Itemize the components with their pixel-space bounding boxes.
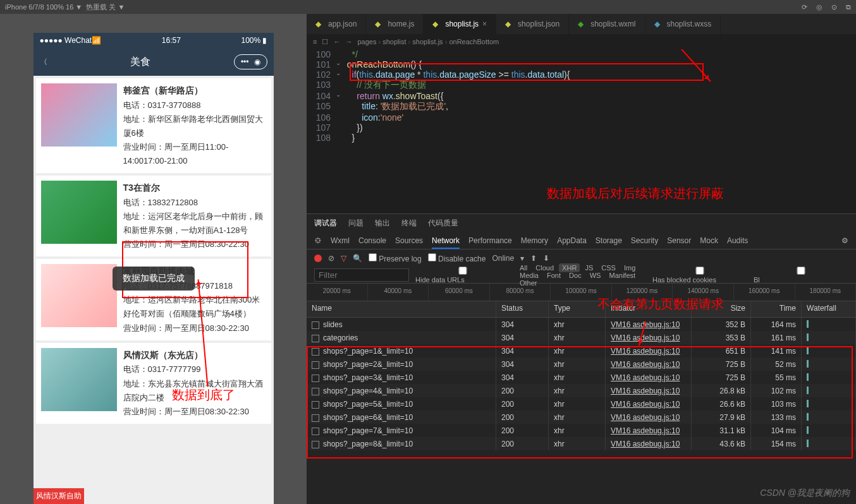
- subtab-Security[interactable]: Security: [631, 236, 658, 245]
- network-row[interactable]: shops?_page=1&_limit=10304xhrVM16 asdebu…: [307, 344, 856, 357]
- network-row[interactable]: shops?_page=6&_limit=10200xhrVM16 asdebu…: [307, 411, 856, 424]
- tab-app.json[interactable]: ◆app.json: [307, 14, 366, 34]
- back-icon[interactable]: 〈: [40, 57, 47, 68]
- shop-addr: 地址：运河区老华北后身一中前街，顾和新世界东侧，一幼对面A1-128号: [123, 210, 266, 237]
- status-bar: ●●●●● WeChat📶 16:57 100% ▮: [34, 33, 274, 48]
- subtab-AppData[interactable]: AppData: [557, 236, 587, 245]
- disable-cache[interactable]: Disable cache: [428, 253, 486, 263]
- code-line: 108 }: [307, 133, 856, 143]
- network-row[interactable]: shops?_page=7&_limit=10200xhrVM16 asdebu…: [307, 424, 856, 437]
- subtab-Audits[interactable]: Audits: [727, 236, 748, 245]
- breadcrumb-item[interactable]: shoplist: [382, 38, 406, 45]
- tab-shoplist.wxss[interactable]: ◆shoplist.wxss: [645, 14, 721, 34]
- filter-Font[interactable]: Font: [544, 271, 564, 280]
- devtab-调试器[interactable]: 调试器: [314, 218, 337, 229]
- shop-card[interactable]: 韩釜宫（新华路店）电话：0317-3770888地址：新华区新华路老华北西侧国贸…: [36, 78, 271, 173]
- file-icon: ◆: [375, 20, 384, 28]
- filter-bar: Hide data URLs All Cloud XHR JS CSS Img …: [307, 267, 856, 284]
- filter-input[interactable]: [314, 268, 409, 282]
- code-line: 104⌄ return wx.showToast({: [307, 91, 856, 101]
- bookmark-icon[interactable]: ☐: [322, 38, 328, 46]
- nav-bar: 〈 美食 •••◉: [34, 48, 274, 76]
- breadcrumb-item[interactable]: pages: [357, 38, 376, 45]
- breadcrumb-item[interactable]: onReachBottom: [449, 38, 499, 45]
- preserve-log[interactable]: Preserve log: [369, 253, 422, 263]
- tab-shoplist.js[interactable]: ◆shoplist.js×: [424, 14, 496, 34]
- devtab-终端[interactable]: 终端: [401, 218, 417, 229]
- shop-hours: 营业时间：周一至周日08:30-22:30: [123, 405, 266, 419]
- upload-icon[interactable]: ⬆: [530, 254, 537, 263]
- hot-reload[interactable]: 热重载 关 ▼: [86, 3, 125, 11]
- shop-card[interactable]: T3在首尔电话：13832712808地址：运河区老华北后身一中前街，顾和新世界…: [36, 176, 271, 256]
- menu-icon[interactable]: •••: [241, 57, 249, 66]
- network-row[interactable]: categories304xhrVM16 asdebug.js:10353 B1…: [307, 331, 856, 344]
- subtab-Mock[interactable]: Mock: [700, 236, 718, 245]
- col-status[interactable]: Status: [496, 301, 549, 317]
- col-time[interactable]: Time: [751, 301, 802, 317]
- tab-label: shoplist.js: [445, 20, 479, 28]
- devtab-代码质量[interactable]: 代码质量: [428, 218, 458, 229]
- col-name[interactable]: Name: [307, 301, 496, 317]
- col-waterfall[interactable]: Waterfall: [802, 301, 856, 317]
- tab-home.js[interactable]: ◆home.js: [366, 14, 424, 34]
- more-icon[interactable]: ⊙: [831, 3, 837, 11]
- network-row[interactable]: shops?_page=4&_limit=10200xhrVM16 asdebu…: [307, 384, 856, 397]
- filter-Doc[interactable]: Doc: [566, 271, 585, 280]
- file-icon: ◆: [505, 20, 514, 28]
- hide-urls[interactable]: Hide data URLs: [415, 267, 510, 284]
- subtab-Wxml[interactable]: Wxml: [331, 236, 350, 245]
- detach-icon[interactable]: ⧉: [846, 3, 851, 11]
- file-icon: ◆: [432, 20, 441, 28]
- record-icon[interactable]: [314, 255, 322, 262]
- tab-shoplist.json[interactable]: ◆shoplist.json: [496, 14, 569, 34]
- nav-back-icon[interactable]: ←: [333, 38, 340, 45]
- tab-shoplist.wxml[interactable]: ◆shoplist.wxml: [569, 14, 645, 34]
- subtab-Sources[interactable]: Sources: [395, 236, 423, 245]
- refresh-icon[interactable]: ⟳: [802, 3, 807, 11]
- subtab-Memory[interactable]: Memory: [521, 236, 548, 245]
- code-line: 106 icon:'none': [307, 112, 856, 123]
- breadcrumb-item[interactable]: shoplist.js: [412, 38, 443, 45]
- watermark: CSDN @我是夜阑的狗: [760, 488, 850, 499]
- subtab-Sensor[interactable]: Sensor: [667, 236, 691, 245]
- code-editor[interactable]: 100 */101⌄ onReachBottom() {102⌄ if(this…: [307, 49, 856, 213]
- editor-menu-icon[interactable]: ≡: [313, 38, 317, 45]
- timeline-tick: 40000 ms: [368, 284, 429, 301]
- network-row[interactable]: slides304xhrVM16 asdebug.js:10352 B164 m…: [307, 318, 856, 331]
- subtab-Console[interactable]: Console: [358, 236, 386, 245]
- close-icon[interactable]: ×: [482, 20, 487, 28]
- network-header: Name Status Type Initiator Size Time Wat…: [307, 301, 856, 318]
- search-icon[interactable]: 🔍: [353, 254, 362, 263]
- network-row[interactable]: shops?_page=3&_limit=10304xhrVM16 asdebu…: [307, 371, 856, 384]
- shop-thumb: [41, 83, 117, 147]
- clear-icon[interactable]: ⊘: [328, 254, 334, 263]
- devtab-输出[interactable]: 输出: [375, 218, 390, 229]
- clock: 16:57: [162, 36, 181, 45]
- filter-WS[interactable]: WS: [587, 271, 604, 280]
- network-row[interactable]: shops?_page=2&_limit=10304xhrVM16 asdebu…: [307, 357, 856, 371]
- download-icon[interactable]: ⬇: [543, 254, 549, 263]
- home-icon[interactable]: ◎: [816, 3, 822, 11]
- network-row[interactable]: shops?_page=8&_limit=10200xhrVM16 asdebu…: [307, 437, 856, 450]
- blocked-cookies[interactable]: Has blocked cookies: [652, 267, 747, 284]
- subtab-Network[interactable]: Network: [432, 236, 460, 249]
- devtab-问题[interactable]: 问题: [348, 218, 364, 229]
- nav-fwd-icon[interactable]: →: [345, 38, 352, 45]
- network-row[interactable]: shops?_page=5&_limit=10200xhrVM16 asdebu…: [307, 397, 856, 411]
- timeline[interactable]: 20000 ms40000 ms60000 ms80000 ms100000 m…: [307, 284, 856, 301]
- shop-card[interactable]: 风情汉斯（东光店）电话：0317-7777799地址：东光县东光镇苗城大街富翔大…: [36, 343, 271, 424]
- editor-tabs: ◆app.json◆home.js◆shoplist.js×◆shoplist.…: [307, 14, 856, 34]
- blocked[interactable]: Bl: [754, 267, 848, 284]
- annotation-box: [350, 63, 704, 81]
- filter-icon[interactable]: ▽: [341, 254, 346, 263]
- online-select[interactable]: Online: [492, 254, 514, 263]
- inspect-icon[interactable]: ⯐: [314, 236, 322, 245]
- subtab-Storage[interactable]: Storage: [596, 236, 622, 245]
- target-icon[interactable]: ◉: [254, 57, 260, 66]
- file-icon: ◆: [654, 20, 663, 28]
- settings-icon[interactable]: ⚙: [841, 236, 848, 245]
- filter-Manifest[interactable]: Manifest: [606, 271, 639, 280]
- device-select[interactable]: iPhone 6/7/8 100% 16 ▼: [5, 3, 82, 11]
- subtab-Performance[interactable]: Performance: [468, 236, 512, 245]
- shop-addr: 地址：运河区新华路老华北往南300米好伦哥对面（佰顺隆数码广场4楼）: [123, 293, 266, 321]
